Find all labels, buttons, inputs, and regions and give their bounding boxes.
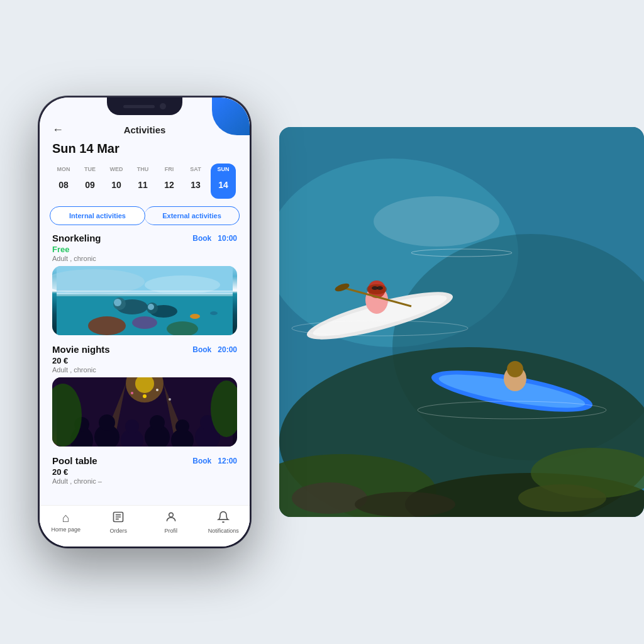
- svg-point-65: [169, 398, 171, 401]
- activity-row-header: Snorkeling Book 10:00: [52, 233, 237, 243]
- cal-day-12[interactable]: FRI 12: [158, 166, 180, 196]
- cal-day-10[interactable]: WED 10: [105, 166, 128, 196]
- phone-frame: ← Activities Sun 14 Mar MON 08 TUE 09 WE…: [38, 96, 252, 548]
- cal-day-09[interactable]: TUE 09: [79, 166, 101, 196]
- movie-row-header: Movie nights Book 20:00: [52, 344, 237, 355]
- movie-img-bg: [52, 377, 237, 447]
- cal-day-num: 08: [52, 174, 75, 196]
- back-button[interactable]: ←: [52, 123, 64, 136]
- cal-day-num: 09: [79, 174, 101, 196]
- snorkeling-tags: Adult , chronic: [52, 255, 237, 262]
- phone-wrapper: ← Activities Sun 14 Mar MON 08 TUE 09 WE…: [38, 96, 252, 548]
- camera: [160, 103, 166, 109]
- nav-home[interactable]: ⌂ Home page: [40, 511, 92, 534]
- svg-point-20: [507, 361, 523, 377]
- svg-rect-28: [57, 294, 233, 335]
- cal-day-11[interactable]: THU 11: [131, 166, 154, 196]
- svg-point-55: [150, 415, 165, 430]
- svg-point-53: [125, 419, 139, 433]
- svg-point-32: [88, 316, 126, 335]
- cal-day-14[interactable]: SUN 14: [211, 164, 236, 199]
- pool-actions: Book 12:00: [192, 457, 237, 465]
- book-pool-button[interactable]: Book: [192, 457, 211, 465]
- kayak-svg: [279, 127, 644, 517]
- cal-day-08[interactable]: MON 08: [52, 166, 75, 196]
- activity-movie-nights: Movie nights Book 20:00 20 € Adult , chr…: [40, 344, 250, 455]
- movie-time: 20:00: [218, 345, 237, 354]
- cal-day-label: WED: [110, 166, 123, 172]
- cal-day-label: FRI: [165, 166, 174, 172]
- movie-tags: Adult , chronic: [52, 366, 237, 374]
- snorkeling-price: Free: [52, 245, 237, 254]
- activities-list: Snorkeling Book 10:00 Free Adult , chron…: [40, 233, 250, 491]
- svg-point-8: [355, 492, 455, 517]
- nav-profile[interactable]: Profil: [145, 511, 197, 534]
- profile-label: Profil: [164, 528, 177, 534]
- svg-point-64: [131, 392, 133, 394]
- bg-photo: [279, 127, 644, 517]
- svg-point-70: [169, 513, 173, 517]
- cal-day-num: 12: [158, 174, 180, 196]
- cal-day-label: SUN: [217, 166, 229, 172]
- svg-point-37: [114, 299, 121, 306]
- svg-point-63: [156, 389, 158, 391]
- book-movie-button[interactable]: Book: [192, 345, 211, 354]
- tab-internal[interactable]: Internal activities: [50, 206, 145, 225]
- notifications-icon: [217, 511, 230, 526]
- movie-name: Movie nights: [52, 344, 110, 355]
- home-icon: ⌂: [62, 511, 70, 525]
- snorkeling-time: 10:00: [218, 234, 237, 243]
- pool-row-header: Pool table Book 12:00: [52, 455, 237, 466]
- home-label: Home page: [51, 526, 80, 533]
- movie-actions: Book 20:00: [192, 345, 237, 354]
- pool-name: Pool table: [52, 455, 97, 466]
- speaker: [123, 105, 155, 108]
- svg-point-34: [132, 316, 157, 329]
- cal-day-num: 10: [105, 174, 128, 196]
- orders-label: Orders: [109, 528, 127, 534]
- activity-pool-table: Pool table Book 12:00 20 € Adult , chron…: [40, 455, 250, 491]
- nav-orders[interactable]: Orders: [92, 511, 145, 534]
- header: ← Activities: [40, 119, 250, 138]
- movie-price: 20 €: [52, 356, 237, 365]
- current-date: Sun 14 Mar: [52, 142, 237, 156]
- screen-content: ← Activities Sun 14 Mar MON 08 TUE 09 WE…: [40, 97, 250, 547]
- tab-bar: Internal activities External activities: [40, 206, 250, 233]
- cal-day-label: MON: [57, 166, 70, 172]
- snorkeling-image: [52, 266, 237, 335]
- pool-price: 20 €: [52, 467, 237, 477]
- bottom-nav: ⌂ Home page Orders: [40, 505, 250, 547]
- activity-name: Snorkeling: [52, 233, 101, 243]
- book-snorkeling-button[interactable]: Book: [192, 234, 211, 243]
- pool-tags: Adult , chronic –: [52, 477, 237, 485]
- snorkeling-img-bg: [52, 266, 237, 335]
- cal-day-13[interactable]: SAT 13: [184, 166, 207, 196]
- svg-point-7: [292, 482, 367, 514]
- movie-image: [52, 377, 237, 447]
- cal-day-label: TUE: [84, 166, 96, 172]
- page-title: Activities: [124, 125, 166, 135]
- notch: [107, 97, 182, 115]
- svg-point-22: [377, 286, 383, 290]
- svg-point-51: [99, 414, 115, 431]
- svg-point-42: [210, 311, 218, 315]
- svg-point-57: [175, 419, 189, 433]
- svg-point-31: [145, 275, 220, 294]
- pool-time: 12:00: [218, 457, 237, 465]
- cal-day-num: 11: [131, 174, 154, 196]
- svg-point-9: [518, 484, 606, 512]
- tab-external[interactable]: External activities: [145, 206, 240, 225]
- date-header: Sun 14 Mar: [40, 138, 250, 161]
- nav-notifications[interactable]: Notifications: [197, 511, 250, 534]
- scene: ← Activities Sun 14 Mar MON 08 TUE 09 WE…: [0, 0, 644, 644]
- activity-actions: Book 10:00: [192, 234, 237, 243]
- calendar-strip[interactable]: MON 08 TUE 09 WED 10 THU 11 FRI 12 SAT 1…: [40, 161, 250, 206]
- orders-icon: [112, 511, 125, 526]
- cal-day-label: SAT: [190, 166, 201, 172]
- profile-icon: [165, 511, 177, 526]
- phone-screen: ← Activities Sun 14 Mar MON 08 TUE 09 WE…: [40, 97, 250, 547]
- svg-point-62: [143, 394, 147, 398]
- svg-point-26: [374, 196, 499, 247]
- cal-day-num: 13: [184, 174, 207, 196]
- cal-day-num: 14: [212, 174, 235, 196]
